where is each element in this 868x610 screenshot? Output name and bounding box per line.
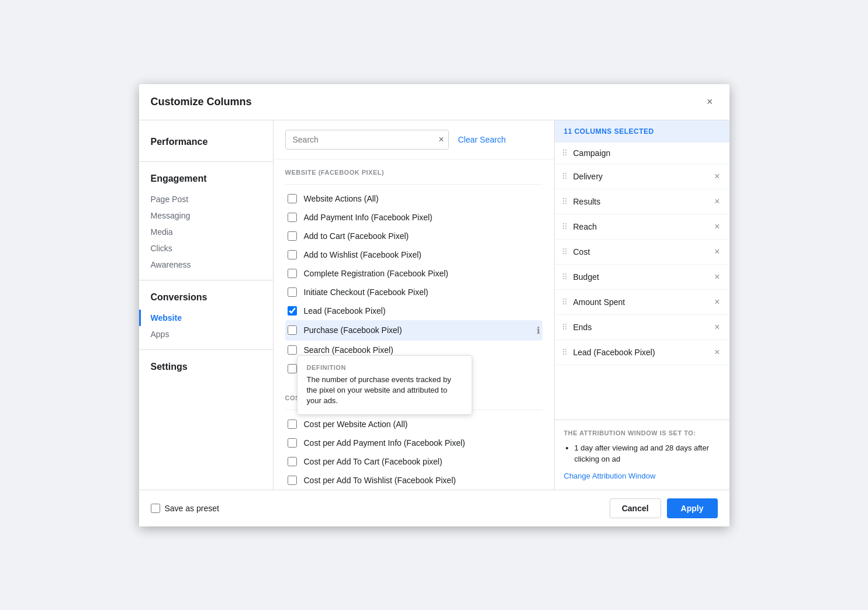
sidebar-item-messaging[interactable]: Messaging [139, 207, 273, 224]
selected-item-campaign: ⠿ Campaign [555, 143, 729, 164]
checkbox-row-lead[interactable]: Lead (Facebook Pixel) [285, 301, 542, 320]
remove-button-delivery[interactable]: × [712, 170, 722, 183]
checkbox-row-cost-add-payment[interactable]: Cost per Add Payment Info (Facebook Pixe… [285, 434, 542, 452]
checkbox-row-cost-add-to-cart[interactable]: Cost per Add To Cart (Facebook pixel) [285, 452, 542, 471]
remove-button-amount-spent[interactable]: × [712, 296, 722, 309]
drag-handle-campaign[interactable]: ⠿ [562, 148, 568, 158]
search-clear-icon[interactable]: × [438, 134, 444, 145]
section-label-website-pixel: WEBSITE (FACEBOOK PIXEL) [285, 160, 542, 182]
dialog-footer: Save as preset Cancel Apply [139, 490, 729, 526]
sidebar-item-clicks[interactable]: Clicks [139, 240, 273, 257]
checkbox-label-add-to-cart: Add to Cart (Facebook Pixel) [304, 231, 540, 241]
sidebar-section-conversions: Conversions [139, 287, 273, 310]
drag-handle-reach[interactable]: ⠿ [562, 222, 568, 231]
remove-button-ends[interactable]: × [712, 321, 722, 334]
checkbox-add-to-cart[interactable] [288, 231, 297, 241]
checkbox-row-cost-add-to-wishlist[interactable]: Cost per Add To Wishlist (Facebook Pixel… [285, 471, 542, 490]
tooltip-text: The number of purchase events tracked by… [307, 375, 462, 407]
drag-handle-amount-spent[interactable]: ⠿ [562, 297, 568, 307]
cancel-button[interactable]: Cancel [610, 498, 661, 518]
selected-item-budget: ⠿ Budget × [555, 265, 729, 290]
checkbox-initiate-checkout[interactable] [288, 287, 297, 297]
checkbox-cost-website-action[interactable] [288, 420, 297, 429]
drag-handle-ends[interactable]: ⠿ [562, 323, 568, 332]
checkbox-website-actions[interactable] [288, 194, 297, 203]
selected-item-label-ends: Ends [573, 323, 713, 332]
checkbox-row-add-payment[interactable]: Add Payment Info (Facebook Pixel) [285, 208, 542, 227]
selected-item-label-budget: Budget [573, 272, 713, 282]
search-input[interactable] [285, 130, 449, 150]
checkbox-add-payment[interactable] [288, 213, 297, 222]
selected-item-ends: ⠿ Ends × [555, 315, 729, 340]
remove-button-reach[interactable]: × [712, 220, 722, 233]
checkbox-label-lead: Lead (Facebook Pixel) [304, 306, 540, 316]
drag-handle-results[interactable]: ⠿ [562, 197, 568, 206]
drag-handle-budget[interactable]: ⠿ [562, 272, 568, 282]
drag-handle-lead-pixel[interactable]: ⠿ [562, 348, 568, 357]
checkbox-add-to-wishlist[interactable] [288, 250, 297, 259]
dialog-header: Customize Columns × [139, 84, 729, 120]
sidebar-item-awareness[interactable]: Awareness [139, 257, 273, 273]
checkbox-complete-registration[interactable] [288, 269, 297, 278]
checkbox-row-website-actions[interactable]: Website Actions (All) [285, 189, 542, 208]
checkbox-label-purchase: Purchase (Facebook Pixel) [304, 325, 532, 335]
checkbox-row-add-to-cart[interactable]: Add to Cart (Facebook Pixel) [285, 227, 542, 245]
search-input-wrapper: × [285, 130, 449, 150]
checkbox-cost-add-payment[interactable] [288, 438, 297, 448]
clear-search-button[interactable]: Clear Search [458, 135, 506, 144]
selected-item-results: ⠿ Results × [555, 189, 729, 214]
selected-item-label-results: Results [573, 197, 713, 206]
sidebar-item-media[interactable]: Media [139, 224, 273, 240]
checkbox-row-add-to-wishlist[interactable]: Add to Wishlist (Facebook Pixel) [285, 245, 542, 264]
remove-button-results[interactable]: × [712, 195, 722, 208]
checkbox-search[interactable] [288, 345, 297, 355]
remove-button-lead-pixel[interactable]: × [712, 346, 722, 359]
sidebar-item-apps[interactable]: Apps [139, 326, 273, 342]
selected-item-reach: ⠿ Reach × [555, 214, 729, 240]
checkbox-row-complete-registration[interactable]: Complete Registration (Facebook Pixel) [285, 264, 542, 283]
dialog-body: Performance Engagement Page Post Messagi… [139, 120, 729, 490]
checkbox-lead[interactable] [288, 306, 297, 316]
selected-item-label-campaign: Campaign [573, 148, 722, 158]
checkbox-label-website-actions: Website Actions (All) [304, 194, 540, 203]
tooltip: DEFINITION The number of purchase events… [297, 355, 472, 415]
attribution-list: 1 day after viewing ad and 28 days after… [564, 442, 720, 465]
info-icon-purchase[interactable]: ℹ [537, 325, 540, 336]
save-preset-checkbox[interactable] [151, 504, 160, 513]
checkbox-row-cost-website-action[interactable]: Cost per Website Action (All) [285, 415, 542, 434]
remove-button-budget[interactable]: × [712, 271, 722, 283]
sidebar-section-settings: Settings [139, 357, 273, 379]
sidebar-section-performance: Performance [139, 132, 273, 154]
attribution-section: THE ATTRIBUTION WINDOW IS SET TO: 1 day … [555, 420, 729, 490]
selected-item-label-amount-spent: Amount Spent [573, 297, 713, 307]
drag-handle-cost[interactable]: ⠿ [562, 247, 568, 257]
selected-item-lead-pixel: ⠿ Lead (Facebook Pixel) × [555, 340, 729, 365]
checkbox-row-initiate-checkout[interactable]: Initiate Checkout (Facebook Pixel) [285, 283, 542, 301]
selected-item-delivery: ⠿ Delivery × [555, 164, 729, 189]
checkbox-label-add-payment: Add Payment Info (Facebook Pixel) [304, 213, 540, 222]
change-attribution-link[interactable]: Change Attribution Window [564, 472, 656, 480]
selected-item-label-delivery: Delivery [573, 172, 713, 181]
main-content: × Clear Search WEBSITE (FACEBOOK PIXEL) … [274, 120, 554, 490]
apply-button[interactable]: Apply [667, 498, 718, 518]
remove-button-cost[interactable]: × [712, 245, 722, 258]
checkbox-cost-add-to-wishlist[interactable] [288, 476, 297, 485]
sidebar-item-page-post[interactable]: Page Post [139, 191, 273, 207]
checkbox-view-content[interactable] [288, 364, 297, 373]
selected-item-label-lead-pixel: Lead (Facebook Pixel) [573, 348, 713, 357]
selected-item-cost: ⠿ Cost × [555, 240, 729, 265]
tooltip-container: DEFINITION The number of purchase events… [297, 355, 472, 415]
sidebar-item-website[interactable]: Website [139, 310, 273, 326]
checkbox-purchase[interactable] [288, 325, 297, 335]
save-preset-label: Save as preset [165, 504, 219, 513]
customize-columns-dialog: Customize Columns × Performance Engageme… [139, 84, 729, 526]
checkbox-label-cost-add-payment: Cost per Add Payment Info (Facebook Pixe… [304, 438, 540, 448]
drag-handle-delivery[interactable]: ⠿ [562, 172, 568, 181]
attribution-title: THE ATTRIBUTION WINDOW IS SET TO: [564, 429, 720, 436]
checkbox-cost-add-to-cart[interactable] [288, 457, 297, 466]
checkbox-row-purchase[interactable]: Purchase (Facebook Pixel) ℹ DEFINITION T… [285, 320, 542, 341]
checkbox-label-add-to-wishlist: Add to Wishlist (Facebook Pixel) [304, 250, 540, 259]
close-button[interactable]: × [702, 93, 718, 110]
footer-buttons: Cancel Apply [610, 498, 718, 518]
checkbox-label-cost-website-action: Cost per Website Action (All) [304, 420, 540, 429]
